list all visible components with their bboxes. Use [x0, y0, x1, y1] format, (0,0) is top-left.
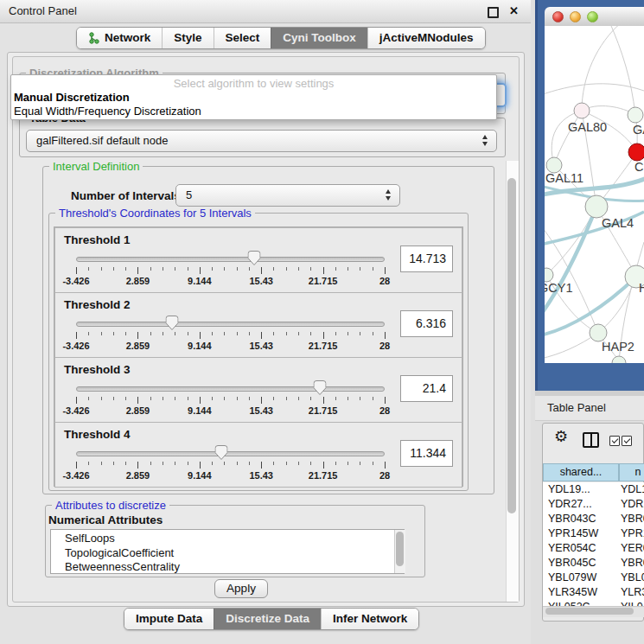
split-columns-icon[interactable] [583, 432, 599, 448]
table-row[interactable]: YBR045CYBR0 [543, 556, 644, 571]
attributes-group-label: Attributes to discretize [52, 499, 169, 512]
slider-tick [150, 267, 151, 271]
slider-tick [188, 462, 188, 465]
tab-label: jActiveMNodules [379, 28, 474, 48]
apply-button[interactable]: Apply [214, 579, 268, 598]
slider-thumb[interactable] [248, 251, 261, 265]
slider-tick [348, 462, 348, 465]
float-window-icon[interactable] [488, 7, 499, 18]
threshold-slider[interactable]: -3.4262.8599.14415.4321.71528 [76, 316, 385, 354]
table-panel-titlebar: Table Panel [535, 396, 644, 421]
slider-tick [298, 267, 299, 271]
threshold-slider[interactable]: -3.4262.8599.14415.4321.71528 [76, 380, 385, 418]
slider-thumb[interactable] [165, 316, 178, 330]
tab-impute-data[interactable]: Impute Data [124, 609, 214, 629]
node-label: C [634, 160, 643, 174]
node-green-topright [628, 107, 643, 123]
slider-tick [212, 332, 213, 335]
table-data-combobox[interactable]: galFiltered.sif default node [26, 130, 497, 152]
tab-label: Select [226, 28, 260, 48]
mac-zoom-button[interactable] [587, 11, 598, 22]
tab-discretize-data[interactable]: Discretize Data [214, 609, 321, 629]
table-row[interactable]: YPR145WYPR1 [543, 526, 644, 541]
threshold-label: Threshold 3 [64, 363, 131, 376]
table-row[interactable]: YDR27...YDR2 [543, 497, 644, 512]
slider-track[interactable] [76, 322, 385, 327]
slider-tick [125, 332, 126, 335]
slider-tick [113, 462, 114, 465]
mac-minimize-button[interactable] [570, 11, 581, 22]
table-data-selected: galFiltered.sif default node [36, 131, 168, 151]
threshold-slider[interactable]: -3.4262.8599.14415.4321.71528 [76, 251, 385, 289]
table-row[interactable]: YBL079WYBL0 [543, 571, 644, 585]
dropdown-option-equal-width[interactable]: Equal Width/Frequency Discretization [11, 105, 496, 118]
slider-tick [261, 462, 262, 469]
tab-cyni-toolbox[interactable]: Cyni Toolbox [271, 28, 367, 48]
slider-tick [163, 462, 163, 465]
slider-tick [373, 462, 373, 465]
tab-network[interactable]: Network [77, 28, 162, 48]
checkbox-checked-icon[interactable] [609, 436, 620, 446]
slider-thumb[interactable] [214, 445, 227, 460]
slider-track[interactable] [76, 257, 385, 262]
slider-tick [249, 332, 250, 335]
tab-jactivemnodules[interactable]: jActiveMNodules [367, 28, 485, 48]
slider-track[interactable] [76, 451, 385, 456]
tab-infer-network[interactable]: Infer Network [321, 609, 418, 629]
tab-style[interactable]: Style [162, 28, 213, 48]
slider-tick-label: -3.426 [62, 341, 89, 351]
attributes-list-scrollbar-thumb[interactable] [396, 532, 404, 566]
slider-tick-labels: -3.4262.8599.14415.4321.71528 [76, 276, 385, 287]
table-row[interactable]: YER054CYER0 [543, 541, 644, 556]
column-header-name[interactable]: n [619, 463, 644, 481]
slider-tick [163, 267, 163, 271]
attribute-list-item[interactable]: SelfLoops [65, 532, 404, 546]
combo-arrows-icon [385, 188, 392, 201]
table-row[interactable]: YDL19...YDL1 [543, 482, 644, 497]
slider-tick [125, 397, 126, 400]
table-row[interactable]: YBR043CYBR0 [543, 512, 644, 526]
network-view-canvas[interactable]: GAL80 GA C GAL11 GAL4 GCY1 H HAP2 [545, 26, 644, 363]
column-header-shared[interactable]: shared... [543, 463, 619, 481]
threshold-value-field[interactable]: 21.4 [400, 375, 453, 402]
numerical-attributes-list[interactable]: SelfLoopsTopologicalCoefficientBetweenne… [50, 529, 405, 574]
slider-tick-label: -3.426 [62, 405, 89, 416]
table-cell: YPR145W [543, 526, 619, 541]
node-label: H [639, 281, 644, 295]
slider-tick-label: 21.715 [309, 405, 338, 416]
slider-tick-label: 9.144 [188, 341, 212, 351]
dropdown-option-manual[interactable]: Manual Discretization [11, 91, 496, 105]
close-icon[interactable]: ✕ [509, 4, 519, 17]
slider-tick [101, 397, 102, 400]
slider-tick-labels: -3.4262.8599.14415.4321.71528 [76, 470, 385, 481]
threshold-value-field[interactable]: 14.713 [400, 245, 453, 272]
slider-tick-label: 21.715 [309, 276, 338, 286]
attribute-list-item[interactable]: BetweennessCentrality [65, 560, 404, 574]
slider-tick [76, 397, 77, 404]
panel-vertical-scrollbar-thumb[interactable] [507, 178, 516, 513]
table-cell: YBR045C [543, 556, 619, 571]
thresholds-group-label: Threshold's Coordinates for 5 Intervals [55, 207, 255, 220]
table-row[interactable]: YIL052CYIL0 [543, 600, 644, 606]
number-of-intervals-combobox[interactable]: 5 [175, 184, 400, 207]
table-row[interactable]: YLR345WYLR3 [543, 585, 644, 600]
slider-track[interactable] [76, 386, 385, 392]
node-label: GAL80 [568, 120, 607, 134]
threshold-value-field[interactable]: 6.316 [400, 310, 453, 337]
checkbox-checked-icon[interactable] [622, 436, 632, 446]
number-of-intervals-label: Number of Intervals [71, 189, 181, 202]
slider-tick-label: 9.144 [188, 470, 212, 481]
table-horizontal-scrollbar-thumb[interactable] [545, 608, 634, 615]
slider-tick [360, 267, 360, 271]
slider-tick-label: 28 [379, 341, 390, 351]
slider-thumb[interactable] [314, 380, 327, 395]
slider-tick-label: 9.144 [188, 276, 212, 286]
mac-close-button[interactable] [552, 11, 564, 22]
threshold-value-field[interactable]: 11.344 [400, 440, 453, 467]
threshold-label: Threshold 1 [64, 233, 131, 246]
attribute-list-item[interactable]: TopologicalCoefficient [65, 546, 404, 561]
gear-icon[interactable]: ⚙ [554, 429, 568, 444]
tab-select[interactable]: Select [214, 28, 271, 48]
threshold-slider[interactable]: -3.4262.8599.14415.4321.71528 [76, 445, 385, 483]
slider-tick [385, 462, 386, 469]
